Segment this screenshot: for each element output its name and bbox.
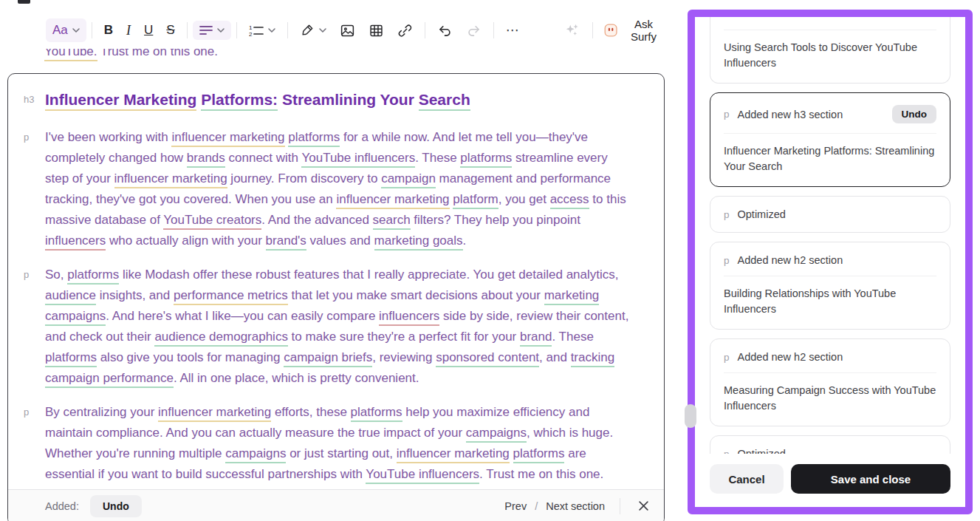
keyword-underline-green: platforms (288, 130, 340, 147)
text-run: or just starting out, (286, 446, 396, 460)
ask-surfy-button[interactable]: Ask Surfy (598, 13, 669, 47)
card-header: pOptimized (724, 208, 936, 220)
underline-button[interactable]: U (137, 18, 160, 42)
insert-link-button[interactable] (391, 18, 419, 43)
redo-icon (466, 23, 482, 38)
change-card[interactable]: pOptimized (710, 196, 950, 233)
strikethrough-button[interactable]: S (160, 18, 181, 42)
surfy-mascot-icon (604, 22, 617, 38)
section-heading-text: Influencer Marketing Platforms: Streamli… (724, 143, 936, 174)
undo-change-button[interactable]: Undo (892, 105, 937, 123)
bold-icon: B (104, 23, 113, 38)
keyword-underline-yellow: influencer marketing (158, 405, 271, 422)
keyword-underline-yellow: influencer marketing (171, 130, 284, 147)
change-card[interactable]: pAdded new h2 sectionMeasuring Campaign … (710, 338, 950, 426)
cancel-button[interactable]: Cancel (710, 464, 784, 494)
save-and-close-button[interactable]: Save and close (791, 464, 950, 494)
paragraph[interactable]: By centralizing your influencer marketin… (45, 402, 630, 485)
insert-table-button[interactable] (362, 18, 391, 43)
bold-button[interactable]: B (97, 18, 120, 42)
more-options-button[interactable]: ⋯ (499, 18, 527, 43)
keyword-underline-green: campaign (381, 171, 436, 188)
changes-panel: Using Search Tools to Discover YouTube I… (688, 10, 973, 514)
brush-icon (300, 23, 315, 38)
keyword-underline-green: platforms (513, 446, 565, 463)
redo-action-button[interactable] (459, 18, 488, 43)
card-divider (724, 133, 936, 134)
text-run (510, 446, 513, 460)
keyword-underline-pink: YouTube creators (163, 213, 261, 230)
undo-action-button[interactable] (431, 18, 459, 43)
text-run: like Modash offer these robust features … (119, 268, 618, 282)
panel-footer: Cancel Save and close (695, 454, 965, 507)
close-icon (638, 500, 649, 511)
section-heading[interactable]: Influencer Marketing Platforms: Streamli… (45, 89, 630, 111)
undo-icon (437, 23, 453, 38)
text-run: . These (552, 330, 593, 344)
keyword-underline-green: platforms (67, 268, 119, 285)
paragraph[interactable]: So, platforms like Modash offer these ro… (45, 265, 630, 389)
text-run: connect with (225, 151, 302, 165)
italic-button[interactable]: I (120, 18, 137, 43)
change-card[interactable]: pOptimized (710, 435, 950, 454)
change-card[interactable]: pAdded new h3 sectionUndoInfluencer Mark… (710, 92, 950, 187)
change-description: Added new h3 section (738, 109, 843, 120)
next-section-button[interactable]: Next section (546, 500, 605, 512)
keyword-underline-green: YouTube influencers (366, 467, 479, 484)
text-run: . All in one place, which is pretty conv… (174, 371, 419, 385)
card-header: pOptimized (724, 448, 936, 454)
section-content: h3 Influencer Marketing Platforms: Strea… (8, 74, 664, 489)
svg-text:1: 1 (249, 24, 253, 31)
chevron-down-icon (72, 28, 80, 33)
keyword-underline-green: marketing goals (374, 234, 463, 251)
keyword-underline-yellow: influencer marketing (397, 446, 510, 463)
keyword-underline-green: YouTube influencers (301, 151, 415, 168)
section-heading-text: Building Relationships with YouTube Infl… (724, 286, 936, 317)
text-run: filters? They help you pinpoint (411, 213, 580, 227)
change-description: Optimized (738, 448, 786, 454)
keyword-underline-green: platform (453, 192, 498, 209)
highlight-brush-button[interactable] (293, 18, 333, 42)
keyword-underline-green: brands (187, 151, 225, 168)
alignment-button[interactable] (193, 21, 231, 40)
block-type-tag: p (724, 109, 730, 120)
text-style-label: Aa (52, 23, 68, 38)
close-review-button[interactable] (635, 497, 652, 514)
italic-icon: I (126, 23, 131, 38)
keyword-underline-yellow: performance metrics (174, 288, 288, 305)
keyword-underline-yellow: influencer marketing (114, 171, 227, 188)
paragraph[interactable]: I've been working with influencer market… (45, 127, 630, 251)
block-tag-p: p (8, 265, 45, 389)
keyword-underline-green: platforms (460, 151, 512, 168)
text-run: values and (306, 234, 374, 248)
block-type-tag: p (724, 449, 730, 454)
block-type-tag: p (724, 255, 730, 266)
text-run: . Trust me on this one. (479, 467, 603, 481)
bar-divider (620, 498, 620, 514)
keyword-underline-green: brand's (266, 234, 306, 251)
block-tag-h3: h3 (8, 89, 45, 111)
nav-separator: / (535, 500, 538, 512)
text-run: journey. From discovery to (227, 171, 381, 185)
change-card[interactable]: Using Search Tools to Discover YouTube I… (710, 17, 950, 84)
change-description: Added new h2 section (738, 254, 843, 266)
insert-image-button[interactable] (333, 18, 362, 43)
card-header: pAdded new h2 section (724, 254, 936, 266)
toolbar-divider (287, 22, 288, 38)
prev-section-button[interactable]: Prev (504, 500, 527, 512)
change-description: Added new h2 section (738, 351, 843, 363)
numbered-list-icon: 12 (249, 24, 264, 36)
text-run: , reviewing (372, 350, 436, 364)
keyword-underline-green: platforms (45, 350, 97, 367)
toolbar-divider (187, 22, 188, 38)
sparkles-icon (564, 22, 580, 38)
block-type-tag: p (724, 352, 730, 363)
text-run: . And the advanced (261, 213, 372, 227)
text-run: , you get (498, 192, 550, 206)
numbered-list-button[interactable]: 12 (242, 20, 282, 41)
text-style-button[interactable]: Aa (46, 18, 86, 42)
undo-section-button[interactable]: Undo (90, 495, 142, 517)
ai-sparkles-button[interactable] (558, 18, 587, 43)
change-card[interactable]: pAdded new h2 sectionBuilding Relationsh… (710, 242, 950, 330)
text-run: who actually align with your (106, 234, 265, 248)
